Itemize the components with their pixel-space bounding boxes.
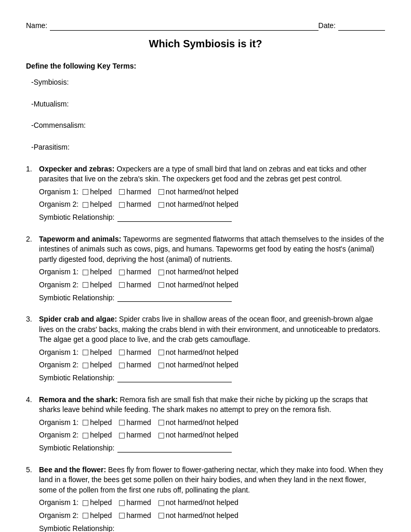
q2-symbiotic-row: Symbiotic Relationship: (39, 293, 385, 303)
checkbox-icon[interactable] (83, 282, 88, 288)
checkbox-icon[interactable] (158, 433, 164, 438)
term-commensalism: -Commensalism: (31, 121, 385, 131)
q1-org1-label: Organism 1: (39, 187, 78, 197)
q2-organism1-row: Organism 1: helped harmed not harmed/not… (39, 267, 385, 277)
question-2: Tapeworm and animals: Tapeworms are segm… (26, 234, 385, 303)
q3-org2-helped[interactable]: helped (83, 360, 112, 370)
q4-org1-label: Organism 1: (39, 418, 78, 428)
q5-org1-harmed[interactable]: harmed (119, 498, 151, 508)
checkbox-icon[interactable] (119, 202, 125, 208)
checkbox-icon[interactable] (119, 282, 125, 288)
question-list: Oxpecker and zebras: Oxpeckers are a typ… (26, 164, 385, 532)
q4-symbiotic-label: Symbiotic Relationship: (39, 443, 115, 454)
page-title: Which Symbiosis is it? (26, 36, 385, 51)
q2-org1-harmed[interactable]: harmed (119, 267, 151, 277)
q4-org2-helped[interactable]: helped (83, 430, 112, 441)
name-underline (50, 21, 318, 31)
q5-org2-label: Organism 2: (39, 511, 78, 521)
key-terms-heading: Define the following Key Terms: (26, 61, 385, 72)
question-3: Spider crab and algae: Spider crabs live… (26, 314, 385, 383)
q4-text: Remora and the shark: Remora fish are sm… (39, 395, 385, 415)
checkbox-icon[interactable] (158, 350, 164, 355)
q4-org1-helped[interactable]: helped (83, 418, 112, 428)
q2-text: Tapeworm and animals: Tapeworms are segm… (39, 234, 385, 265)
checkbox-icon[interactable] (158, 363, 164, 368)
q1-org2-helped[interactable]: helped (83, 200, 112, 210)
q4-org2-label: Organism 2: (39, 430, 78, 441)
q2-symbiotic-label: Symbiotic Relationship: (39, 293, 115, 303)
checkbox-icon[interactable] (83, 350, 88, 355)
q3-organism1-row: Organism 1: helped harmed not harmed/not… (39, 348, 385, 358)
q1-org1-helped[interactable]: helped (83, 187, 112, 197)
q1-symbiotic-row: Symbiotic Relationship: (39, 212, 385, 223)
checkbox-icon[interactable] (158, 270, 164, 275)
checkbox-icon[interactable] (158, 202, 164, 208)
term-mutualism: -Mutualism: (31, 99, 385, 110)
q2-org2-harmed[interactable]: harmed (119, 280, 151, 290)
q3-org1-not-harmed[interactable]: not harmed/not helped (158, 348, 238, 358)
checkbox-icon[interactable] (158, 420, 164, 425)
q3-title: Spider crab and algae: (39, 315, 117, 323)
checkbox-icon[interactable] (158, 500, 164, 506)
q5-org2-not-harmed[interactable]: not harmed/not helped (158, 511, 238, 521)
question-1: Oxpecker and zebras: Oxpeckers are a typ… (26, 164, 385, 223)
q5-symbiotic-line (117, 524, 232, 532)
term-symbiosis: -Symbiosis: (31, 77, 385, 88)
date-underline (338, 21, 385, 31)
checkbox-icon[interactable] (83, 500, 88, 506)
checkbox-icon[interactable] (119, 189, 125, 195)
q1-organism1-row: Organism 1: helped harmed not harmed/not… (39, 187, 385, 197)
q2-org2-helped[interactable]: helped (83, 280, 112, 290)
checkbox-icon[interactable] (119, 420, 125, 425)
checkbox-icon[interactable] (83, 202, 88, 208)
q2-org1-not-harmed[interactable]: not harmed/not helped (158, 267, 238, 277)
checkbox-icon[interactable] (119, 270, 125, 275)
checkbox-icon[interactable] (119, 433, 125, 438)
checkbox-icon[interactable] (83, 420, 88, 425)
q2-org1-helped[interactable]: helped (83, 267, 112, 277)
checkbox-icon[interactable] (83, 513, 88, 518)
key-terms-list: -Symbiosis: -Mutualism: -Commensalism: -… (26, 77, 385, 152)
checkbox-icon[interactable] (83, 363, 88, 368)
q5-org2-harmed[interactable]: harmed (119, 511, 151, 521)
q2-title: Tapeworm and animals: (39, 235, 121, 243)
q3-org1-label: Organism 1: (39, 348, 78, 358)
q1-org2-not-harmed[interactable]: not harmed/not helped (158, 200, 238, 210)
q1-symbiotic-line (117, 214, 232, 222)
q3-org2-not-harmed[interactable]: not harmed/not helped (158, 360, 238, 370)
q4-org2-harmed[interactable]: harmed (119, 430, 151, 441)
q3-org1-harmed[interactable]: harmed (119, 348, 151, 358)
q2-symbiotic-line (117, 294, 232, 302)
term-parasitism: -Parasitism: (31, 142, 385, 153)
q3-org2-harmed[interactable]: harmed (119, 360, 151, 370)
q3-org1-helped[interactable]: helped (83, 348, 112, 358)
q2-organism2-row: Organism 2: helped harmed not harmed/not… (39, 280, 385, 290)
checkbox-icon[interactable] (119, 513, 125, 518)
q5-org2-helped[interactable]: helped (83, 511, 112, 521)
q4-org2-not-harmed[interactable]: not harmed/not helped (158, 430, 238, 441)
q1-org1-harmed[interactable]: harmed (119, 187, 151, 197)
checkbox-icon[interactable] (83, 189, 88, 195)
checkbox-icon[interactable] (119, 363, 125, 368)
q4-org1-harmed[interactable]: harmed (119, 418, 151, 428)
q1-text: Oxpecker and zebras: Oxpeckers are a typ… (39, 164, 385, 184)
checkbox-icon[interactable] (119, 350, 125, 355)
q1-symbiotic-label: Symbiotic Relationship: (39, 212, 115, 223)
q1-org2-harmed[interactable]: harmed (119, 200, 151, 210)
checkbox-icon[interactable] (158, 513, 164, 518)
q2-org2-not-harmed[interactable]: not harmed/not helped (158, 280, 238, 290)
checkbox-icon[interactable] (83, 270, 88, 275)
q5-org1-not-harmed[interactable]: not harmed/not helped (158, 498, 238, 508)
q1-org1-not-harmed[interactable]: not harmed/not helped (158, 187, 238, 197)
q5-org1-helped[interactable]: helped (83, 498, 112, 508)
q4-org1-not-harmed[interactable]: not harmed/not helped (158, 418, 238, 428)
checkbox-icon[interactable] (158, 282, 164, 288)
q3-symbiotic-label: Symbiotic Relationship: (39, 373, 115, 383)
name-field: Name: (26, 21, 319, 31)
q3-symbiotic-row: Symbiotic Relationship: (39, 373, 385, 383)
checkbox-icon[interactable] (83, 433, 88, 438)
checkbox-icon[interactable] (158, 189, 164, 195)
date-label: Date: (319, 21, 336, 31)
checkbox-icon[interactable] (119, 500, 125, 506)
q1-org2-label: Organism 2: (39, 200, 78, 210)
